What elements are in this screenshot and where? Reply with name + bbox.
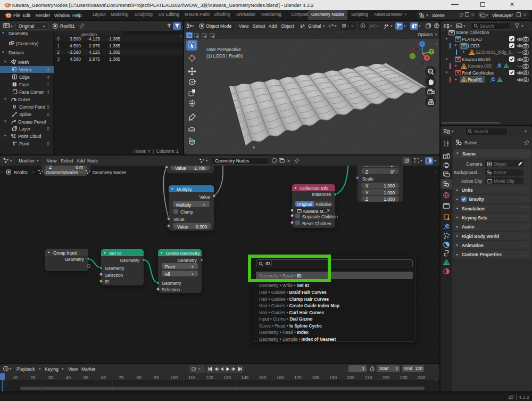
svg-text:Z: Z — [421, 42, 423, 45]
svg-text:Y: Y — [430, 50, 433, 53]
svg-text:X: X — [426, 55, 428, 59]
